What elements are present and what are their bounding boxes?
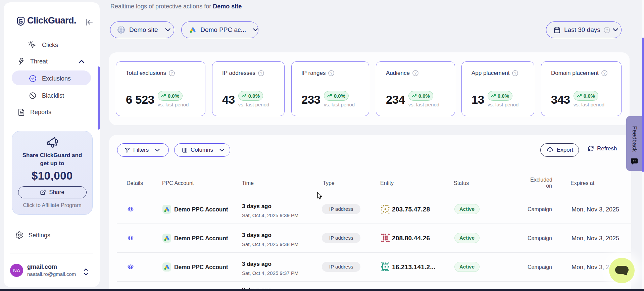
svg-text:?: ?: [414, 71, 416, 75]
svg-text:?: ?: [260, 71, 262, 75]
svg-text:?: ?: [330, 71, 332, 75]
svg-text:?: ?: [603, 71, 605, 75]
svg-text:?: ?: [606, 28, 608, 32]
svg-text:?: ?: [514, 71, 516, 75]
svg-text:?: ?: [171, 71, 173, 75]
